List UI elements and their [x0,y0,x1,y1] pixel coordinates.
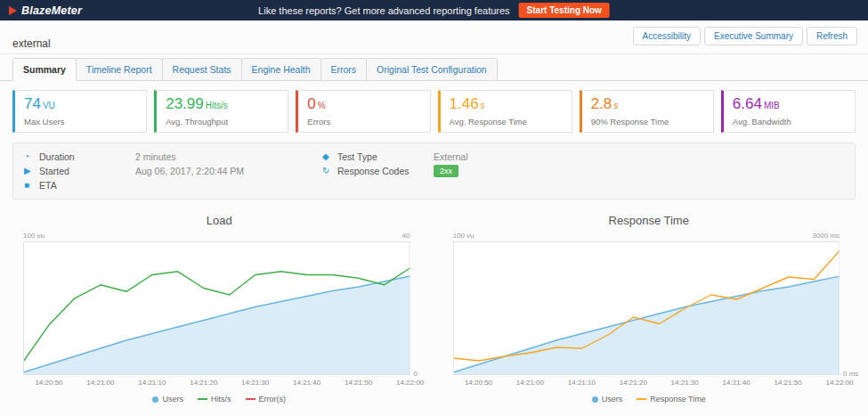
kpi-label: Avg. Bandwidth [733,117,846,126]
kpi-unit: s [481,101,485,110]
tag-icon: ◆ [322,150,337,164]
charts-row: Load 100 vu 40 0 14:20:5014:21:0014:21:1… [0,205,868,404]
legend-label: Users [602,395,623,404]
legend-line-icon [246,398,256,400]
accessibility-button[interactable]: Accessibility [633,27,701,45]
refresh-circle-icon: ↻ [322,164,337,178]
start-testing-button[interactable]: Start Testing Now [519,3,610,18]
legend-item[interactable]: Users [592,395,623,404]
executive-summary-button[interactable]: Executive Summary [704,27,803,45]
response-code-badge: 2xx [434,165,458,177]
tab-original-test-configuration[interactable]: Original Test Configuration [366,58,498,81]
legend-item[interactable]: Response Time [637,395,706,404]
legend-label: Users [162,395,183,404]
kpi-value: 1.46 [450,95,479,112]
kpi-value: 2.8 [591,95,612,112]
response-time-chart-legend: UsersResponse Time [442,395,856,404]
info-row-test-type: ◆ Test Type External [322,150,844,164]
summary-left-column: ◔ Duration 2 minutes ▶ Started Aug 06, 2… [24,150,322,192]
clock-icon: ◔ [24,150,39,164]
tab-errors[interactable]: Errors [320,58,368,81]
x-tick-label: 14:21:10 [138,379,166,387]
page-title: external [12,37,51,50]
info-value: Aug 06, 2017, 2:20:44 PM [135,164,244,178]
summary-right-column: ◆ Test Type External ↻ Response Codes 2x… [322,150,844,192]
y-axis-right-max-label: 40 [402,232,410,240]
kpi-value-line: 0% [307,95,420,115]
play-icon: ▶ [24,164,39,178]
x-tick-label: 14:22:00 [825,379,853,387]
kpi-label: 90% Response Time [591,117,704,126]
chart-title: Load [12,214,426,227]
refresh-button[interactable]: Refresh [807,27,857,45]
blazemeter-dashboard: BlazeMeter Like these reports? Get more … [0,0,868,416]
topbar-promo-group: Like these reports? Get more advanced re… [258,3,610,18]
info-row-response-codes: ↻ Response Codes 2xx [322,164,844,178]
x-tick-label: 14:22:00 [396,379,424,387]
x-tick-label: 14:21:10 [568,379,596,387]
kpi-errors: 0% Errors [296,90,430,133]
report-header: external Accessibility Executive Summary… [0,20,868,54]
x-tick-label: 14:20:50 [35,379,62,387]
legend-line-icon [198,398,207,400]
legend-item[interactable]: Error(s) [246,395,287,404]
tab-timeline-report[interactable]: Timeline Report [76,58,163,81]
kpi-value-line: 2.8s [591,95,704,115]
kpi-label: Avg. Throughput [166,117,279,126]
legend-label: Hits/s [211,395,231,404]
legend-label: Response Time [650,395,706,404]
kpi-value: 23.99 [166,95,204,112]
legend-line-icon [637,398,646,400]
chart-title: Response Time [442,214,856,227]
x-tick-label: 14:21:30 [241,379,269,387]
kpi-row: 74VU Max Users 23.99Hits/s Avg. Throughp… [0,81,868,136]
info-row-started: ▶ Started Aug 06, 2017, 2:20:44 PM [24,164,322,178]
info-label: Response Codes [337,164,434,178]
x-axis-ticks: 14:20:5014:21:0014:21:1014:21:2014:21:30… [23,377,410,388]
kpi-label: Errors [307,117,420,126]
info-value: External [434,150,468,164]
kpi-value-line: 1.46s [450,95,563,115]
report-tabs: Summary Timeline Report Request Stats En… [0,54,868,81]
x-tick-label: 14:21:40 [293,379,320,387]
x-axis-ticks: 14:20:5014:21:0014:21:1014:21:2014:21:30… [453,377,840,388]
legend-item[interactable]: Users [152,395,183,404]
blazemeter-logo-icon [9,6,17,15]
y-axis-right-min-label: 0 ms [843,370,858,378]
tab-engine-health[interactable]: Engine Health [241,58,321,81]
stop-icon: ■ [24,178,39,192]
kpi-max-users: 74VU Max Users [12,90,147,133]
x-tick-label: 14:20:50 [465,379,492,387]
kpi-label: Avg. Response Time [450,117,563,126]
kpi-avg-response-time: 1.46s Avg. Response Time [438,90,572,133]
x-tick-label: 14:21:00 [86,379,114,387]
header-actions: Accessibility Executive Summary Refresh [633,27,857,45]
y-axis-right-max-label: 3000 ms [812,232,840,240]
info-label: ETA [39,178,135,192]
brand[interactable]: BlazeMeter [9,4,82,17]
legend-item[interactable]: Hits/s [198,395,231,404]
legend-label: Error(s) [259,395,287,404]
kpi-value-line: 74VU [24,95,137,115]
load-chart-legend: UsersHits/sError(s) [12,395,426,404]
kpi-90pct-response-time: 2.8s 90% Response Time [580,90,714,133]
info-label: Test Type [337,150,434,164]
kpi-value: 74 [24,95,41,112]
x-tick-label: 14:21:40 [723,379,750,387]
kpi-unit: VU [43,101,55,110]
x-tick-label: 14:21:30 [671,379,699,387]
legend-dot-icon [152,396,158,403]
info-value: 2 minutes [135,150,176,164]
tab-summary[interactable]: Summary [12,58,77,81]
promo-text: Like these reports? Get more advanced re… [258,5,510,16]
load-chart: Load 100 vu 40 0 14:20:5014:21:0014:21:1… [12,207,426,404]
response-time-plot-svg [453,241,840,375]
response-time-chart: Response Time 100 vu 3000 ms 0 ms 14:20:… [442,207,856,404]
top-bar: BlazeMeter Like these reports? Get more … [0,0,868,20]
tab-request-stats[interactable]: Request Stats [162,58,242,81]
x-tick-label: 14:21:20 [620,379,647,387]
x-tick-label: 14:21:50 [774,379,801,387]
y-axis-left-label: 100 vu [453,232,475,240]
response-time-plot-area: 100 vu 3000 ms 0 ms [453,241,840,375]
info-label: Duration [39,150,135,164]
